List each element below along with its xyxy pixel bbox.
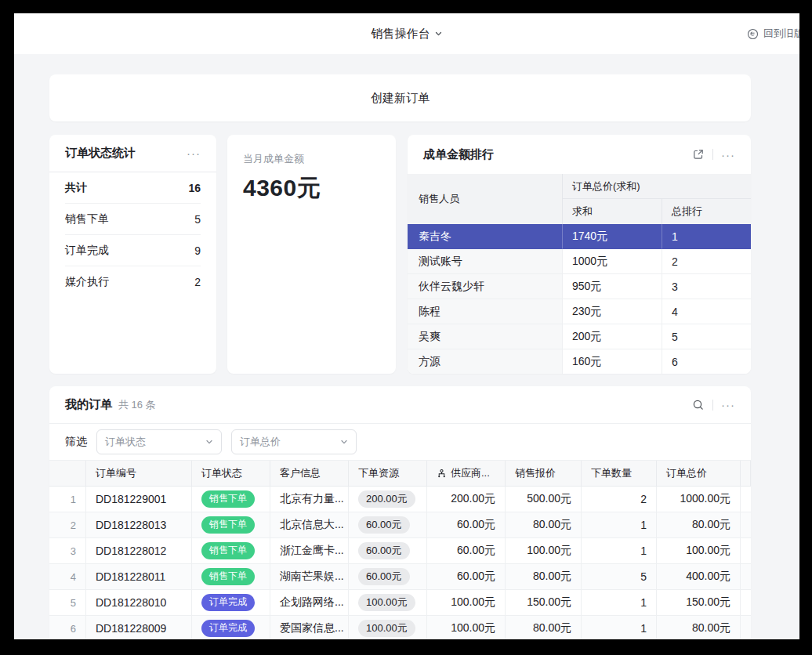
cell-order-status: 订单完成 [192,616,270,639]
col-row-number [49,461,86,486]
filter-row: 筛选 订单状态 订单总价 [49,424,751,461]
cell-customer: 北京信息大... [270,512,349,537]
cell-total: 80.00元 [657,512,741,537]
back-to-old-version-label: 回到旧版 [763,27,799,41]
status-card-title: 订单状态统计 [65,146,136,161]
resource-badge: 60.00元 [358,542,410,560]
filter-label: 筛选 [65,435,87,449]
monthly-amount-value: 4360元 [243,172,380,204]
ranking-rank: 3 [662,274,751,299]
resource-badge: 60.00元 [358,568,410,586]
more-icon[interactable]: ··· [187,147,201,159]
status-row[interactable]: 媒介执行 2 [65,266,201,298]
order-table-row[interactable]: 1 DD181229001 销售下单 北京有力量... 200.00元 200.… [49,487,751,512]
status-label: 销售下单 [65,212,109,226]
cell-order-no: DD181228010 [86,590,192,615]
status-value: 5 [194,213,201,226]
ranking-row[interactable]: 秦吉冬 1740元 1 [408,224,751,249]
my-orders-card: 我的订单 共 16 条 ··· 筛选 订单状态 订单总价 [49,386,751,639]
order-table-row[interactable]: 3 DD181228012 销售下单 浙江金鹰卡... 60.00元 60.00… [49,538,751,564]
cell-spacer [741,590,751,615]
cell-qty: 1 [582,512,657,537]
page-title: 销售操作台 [372,27,430,42]
status-row[interactable]: 销售下单 5 [65,204,201,235]
monthly-amount-label: 当月成单金额 [243,152,380,166]
order-status-filter-select[interactable]: 订单状态 [96,429,222,454]
open-external-icon[interactable] [692,148,705,161]
workspace-switcher[interactable]: 销售操作台 [372,13,443,54]
ranking-sum: 1740元 [563,224,662,249]
order-table-row[interactable]: 4 DD181228011 销售下单 湖南芒果娱... 60.00元 60.00… [49,564,751,590]
cell-quote: 80.00元 [506,616,582,639]
cell-order-no: DD181228009 [86,616,192,639]
cell-row-number: 2 [49,512,86,537]
status-value: 2 [194,276,201,288]
cell-qty: 5 [582,564,657,589]
ranking-row[interactable]: 陈程 230元 4 [408,299,751,324]
col-qty: 下单数量 [582,461,657,486]
status-label: 订单完成 [65,244,109,258]
order-total-filter-select[interactable]: 订单总价 [231,429,357,454]
orders-card-title: 我的订单 [65,397,112,412]
resource-badge: 100.00元 [358,620,415,638]
cell-resource: 100.00元 [349,590,427,615]
status-badge: 销售下单 [201,568,255,585]
ranking-sum: 160元 [563,349,662,374]
resource-badge: 200.00元 [358,490,415,508]
ranking-card-title: 成单金额排行 [423,147,494,162]
order-total-filter-placeholder: 订单总价 [240,435,281,449]
cell-customer: 企划路网络... [270,590,349,615]
cell-customer: 北京有力量... [270,487,349,512]
cell-spacer [741,616,751,639]
search-icon[interactable] [692,399,705,411]
more-icon[interactable]: ··· [721,149,735,161]
monthly-amount-card: 当月成单金额 4360元 [227,135,396,374]
ranking-col-rank: 总排行 [662,199,751,224]
ranking-row[interactable]: 方源 160元 6 [408,349,751,374]
status-row[interactable]: 订单完成 9 [65,235,201,266]
ranking-col-person: 销售人员 [408,174,563,224]
cell-customer: 爱国家信息... [270,616,349,639]
col-customer: 客户信息 [270,461,349,486]
order-table-row[interactable]: 5 DD181228010 订单完成 企划路网络... 100.00元 100.… [49,590,751,616]
ranking-person: 陈程 [408,299,563,324]
cell-supplier: 100.00元 [427,616,506,639]
chevron-down-icon [340,438,348,446]
back-to-old-version-button[interactable]: 回到旧版 [747,13,799,54]
cell-order-no: DD181229001 [86,487,192,512]
cell-total: 1000.00元 [657,487,741,512]
ranking-rank: 5 [662,324,751,349]
cell-total: 150.00元 [657,590,741,615]
status-badge: 订单完成 [201,620,255,637]
col-order-status: 订单状态 [192,461,270,486]
divider [712,400,713,411]
status-badge: 订单完成 [201,594,255,611]
cell-spacer [741,487,751,512]
cell-qty: 1 [582,538,657,563]
order-table-row[interactable]: 6 DD181228009 订单完成 爱国家信息... 100.00元 100.… [49,616,751,639]
cell-order-no: DD181228011 [86,564,192,589]
cell-quote: 100.00元 [506,538,582,563]
ranking-row[interactable]: 吴爽 200元 5 [408,324,751,349]
resource-badge: 100.00元 [358,594,415,612]
col-resource: 下单资源 [349,461,427,486]
create-order-button[interactable]: 创建新订单 [49,74,751,121]
cell-qty: 2 [582,487,657,512]
ranking-row[interactable]: 伙伴云魏少轩 950元 3 [408,274,751,299]
chevron-down-icon [205,438,213,446]
ranking-row[interactable]: 测试账号 1000元 2 [408,249,751,274]
status-value: 9 [194,244,201,257]
cell-order-status: 销售下单 [192,487,270,512]
status-badge: 销售下单 [201,542,255,559]
order-table-row[interactable]: 2 DD181228013 销售下单 北京信息大... 60.00元 60.00… [49,512,751,538]
ranking-card-header: 成单金额排行 ··· [408,135,751,174]
status-row-total[interactable]: 共计 16 [65,172,201,204]
ranking-person: 测试账号 [408,249,563,274]
ranking-rank: 2 [662,249,751,274]
more-icon[interactable]: ··· [721,399,735,411]
status-card-header: 订单状态统计 ··· [49,135,216,172]
ranking-rank: 1 [662,224,751,249]
status-label: 共计 [65,181,87,195]
cell-customer: 浙江金鹰卡... [270,538,349,563]
ranking-sum: 1000元 [563,249,662,274]
